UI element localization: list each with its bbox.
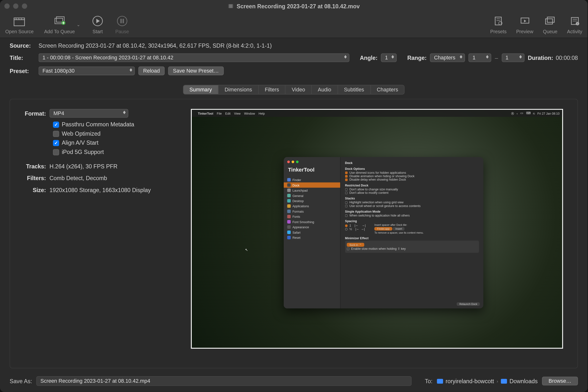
tab-chapters[interactable]: Chapters [371, 85, 404, 94]
svg-marker-23 [524, 20, 526, 22]
source-label: Source: [10, 42, 35, 49]
preview-button[interactable]: Preview [516, 15, 533, 34]
svg-rect-16 [120, 19, 122, 23]
filters-label: Filters: [19, 175, 49, 182]
add-to-queue-button[interactable]: Add To Queue [44, 15, 75, 34]
summary-panel: Format: MP4 Passthru Common Metadata Web… [10, 99, 578, 368]
toolbar: Open Source Add To Queue ⌄ Start Pause [0, 12, 587, 38]
size-value: 1920x1080 Storage, 1663x1080 Display [49, 187, 151, 193]
format-select[interactable]: MP4 [49, 109, 128, 118]
movie-icon [228, 3, 234, 9]
svg-rect-24 [545, 19, 552, 24]
start-button[interactable]: Start [91, 15, 104, 34]
range-from-select[interactable]: 1 [469, 53, 491, 62]
cursor-icon: ↖ [245, 248, 248, 252]
destination-path[interactable]: roryireland-bowcott › Downloads [437, 378, 538, 384]
presets-icon [493, 16, 504, 27]
web-optimized-checkbox[interactable]: Web Optimized [53, 130, 177, 137]
svg-point-21 [499, 22, 502, 25]
clapper-icon [13, 16, 27, 27]
pause-icon [116, 16, 128, 27]
play-icon [92, 16, 103, 27]
range-to-select[interactable]: 1 [502, 53, 524, 62]
queue-add-icon [53, 16, 67, 27]
tab-subtitles[interactable]: Subtitles [338, 85, 371, 94]
svg-rect-8 [55, 18, 63, 24]
filters-value: Comb Detect, Decomb [49, 175, 107, 182]
preset-label: Preset: [10, 68, 35, 74]
downloads-folder-icon [501, 378, 507, 384]
tracks-label: Tracks: [19, 163, 49, 170]
queue-button[interactable]: Queue [543, 15, 557, 34]
titlebar: Screen Recording 2023-01-27 at 08.10.42.… [0, 0, 587, 12]
duration-value: 00:00:08 [556, 54, 578, 61]
title-label: Title: [10, 54, 35, 61]
bottom-bar: Save As: Screen Recording 2023-01-27 at … [0, 372, 587, 392]
svg-rect-3 [14, 20, 25, 26]
angle-select[interactable]: 1 [381, 53, 397, 62]
pause-button: Pause [115, 15, 129, 34]
preview-icon [519, 16, 530, 27]
activity-icon: i [569, 16, 580, 27]
preset-select[interactable]: Fast 1080p30 [39, 66, 135, 75]
size-label: Size: [19, 187, 49, 193]
activity-button[interactable]: i Activity [567, 15, 582, 34]
presets-button[interactable]: Presets [490, 15, 506, 34]
chevron-down-icon[interactable]: ⌄ [77, 22, 80, 27]
browse-button[interactable]: Browse… [542, 376, 578, 386]
inner-tinkertool-window: TinkerTool Finder Dock Launchpad General… [284, 157, 483, 308]
range-dash: – [495, 54, 498, 61]
svg-rect-1 [229, 4, 229, 8]
chevron-right-icon: › [496, 378, 498, 384]
angle-label: Angle: [360, 54, 377, 61]
preview-area: TinkerTool File Edit View Window Help ⦿‹… [185, 109, 569, 358]
title-select[interactable]: 1 - 00:00:08 - Screen Recording 2023-01-… [39, 53, 350, 62]
open-source-button[interactable]: Open Source [5, 15, 34, 34]
tab-summary[interactable]: Summary [183, 85, 218, 94]
range-label: Range: [407, 54, 427, 61]
svg-rect-25 [547, 17, 554, 22]
range-type-select[interactable]: Chapters [430, 53, 465, 62]
inner-menubar: TinkerTool File Edit View Window Help ⦿‹… [192, 110, 562, 117]
svg-text:i: i [577, 22, 577, 25]
tab-video[interactable]: Video [286, 85, 312, 94]
queue-icon [544, 16, 557, 27]
svg-rect-18 [495, 17, 501, 25]
home-folder-icon [437, 378, 443, 384]
passthru-checkbox[interactable]: Passthru Common Metadata [53, 121, 177, 128]
save-as-label: Save As: [10, 378, 32, 384]
tab-dimensions[interactable]: Dimensions [218, 85, 258, 94]
tab-filters[interactable]: Filters [258, 85, 285, 94]
info-region: Source: Screen Recording 2023-01-27 at 0… [0, 38, 587, 82]
summary-left: Format: MP4 Passthru Common Metadata Web… [19, 109, 176, 358]
svg-rect-2 [232, 4, 233, 8]
svg-rect-17 [123, 19, 124, 23]
source-value: Screen Recording 2023-01-27 at 08.10.42,… [39, 42, 272, 49]
ipod5g-checkbox[interactable]: iPod 5G Support [53, 149, 177, 156]
preview-frame: TinkerTool File Edit View Window Help ⦿‹… [191, 109, 563, 349]
tracks-value: H.264 (x264), 30 FPS PFR [49, 163, 117, 170]
save-new-preset-button[interactable]: Save New Preset… [168, 66, 223, 75]
tab-audio[interactable]: Audio [312, 85, 338, 94]
reload-button[interactable]: Reload [138, 66, 165, 75]
svg-point-15 [117, 16, 127, 26]
save-as-input[interactable]: Screen Recording 2023-01-27 at 08.10.42.… [37, 376, 412, 386]
align-av-checkbox[interactable]: Align A/V Start [53, 140, 177, 146]
to-label: To: [425, 378, 432, 384]
format-label: Format: [19, 110, 49, 116]
tabs: Summary Dimensions Filters Video Audio S… [10, 85, 578, 94]
svg-marker-14 [96, 19, 100, 23]
duration-label: Duration: [528, 54, 553, 61]
window-title: Screen Recording 2023-01-27 at 08.10.42.… [0, 3, 587, 10]
